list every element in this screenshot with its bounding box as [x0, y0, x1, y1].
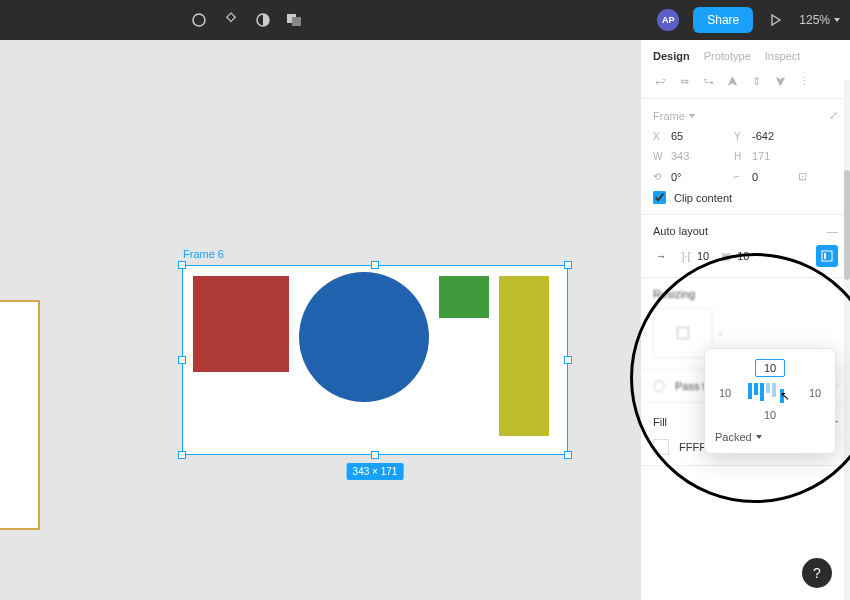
- canvas[interactable]: Frame 6 343 × 171: [0, 40, 640, 600]
- olive-rectangle-shape[interactable]: [499, 276, 549, 436]
- padding-right-value[interactable]: 10: [805, 387, 825, 399]
- corner-field[interactable]: ⌐0⊡: [734, 170, 838, 183]
- blue-circle-shape[interactable]: [299, 272, 429, 402]
- chevron-down-icon: [834, 18, 840, 22]
- independent-corners-icon[interactable]: ⊡: [798, 170, 838, 183]
- resize-handle[interactable]: [564, 356, 572, 364]
- remove-autolayout-icon[interactable]: —: [827, 225, 838, 237]
- align-hcenter-icon[interactable]: ⇔: [677, 74, 691, 88]
- cursor-icon: ↖: [780, 389, 784, 403]
- resize-to-fit-icon[interactable]: ⤢: [829, 109, 838, 122]
- clip-content-label: Clip content: [674, 192, 732, 204]
- direction-horizontal-icon[interactable]: →: [653, 248, 669, 264]
- topbar: AP Share 125%: [0, 0, 850, 40]
- svg-rect-4: [292, 17, 301, 26]
- comment-icon[interactable]: [190, 11, 208, 29]
- resize-handle[interactable]: [178, 451, 186, 459]
- padding-left-value[interactable]: 10: [715, 387, 735, 399]
- padding-top-input[interactable]: [755, 359, 785, 377]
- zoom-control[interactable]: 125%: [799, 13, 840, 27]
- help-button[interactable]: ?: [802, 558, 832, 588]
- chevron-down-icon: [689, 114, 695, 118]
- w-field[interactable]: W343: [653, 150, 726, 162]
- gap-field[interactable]: ]·[10: [679, 249, 709, 263]
- resize-handle[interactable]: [371, 451, 379, 459]
- frame-section: Frame ⤢ X65 Y-642 W343 H171 ⟲0° ⌐0⊡ Clip…: [641, 99, 850, 215]
- align-vcenter-icon[interactable]: ⇕: [749, 74, 763, 88]
- blend-mode-icon[interactable]: ◯: [653, 379, 665, 392]
- selected-frame[interactable]: Frame 6 343 × 171: [182, 265, 568, 455]
- h-field[interactable]: H171: [734, 150, 838, 162]
- frame-title[interactable]: Frame: [653, 110, 695, 122]
- fill-title: Fill: [653, 416, 667, 428]
- tab-design[interactable]: Design: [653, 50, 690, 62]
- x-field[interactable]: X65: [653, 130, 726, 142]
- y-field[interactable]: Y-642: [734, 130, 838, 142]
- frame-label: Frame 6: [183, 248, 224, 260]
- svg-rect-6: [824, 253, 826, 259]
- scrollbar-thumb[interactable]: [844, 170, 850, 280]
- alignment-preview[interactable]: ↖: [746, 383, 794, 403]
- padding-icon: ▣: [719, 249, 733, 263]
- autolayout-section: Auto layout — → ]·[10 ▣10: [641, 215, 850, 278]
- zoom-value: 125%: [799, 13, 830, 27]
- padding-popover: 10 ↖ 10 10 Packed: [704, 348, 836, 454]
- resize-handle[interactable]: [371, 261, 379, 269]
- tab-prototype[interactable]: Prototype: [704, 50, 751, 62]
- size-badge: 343 × 171: [347, 463, 404, 480]
- align-left-icon[interactable]: ⮐: [653, 74, 667, 88]
- resize-handle[interactable]: [564, 261, 572, 269]
- component-icon[interactable]: [222, 11, 240, 29]
- properties-panel: Design Prototype Inspect ⮐ ⇔ ⮑ ⮝ ⇕ ⮟ ⋮ F…: [640, 40, 850, 600]
- avatar[interactable]: AP: [657, 9, 679, 31]
- other-frame[interactable]: [0, 300, 40, 530]
- clip-content-checkbox[interactable]: [653, 191, 666, 204]
- chevron-down-icon: [756, 435, 762, 439]
- align-bottom-icon[interactable]: ⮟: [773, 74, 787, 88]
- gap-icon: ]·[: [679, 249, 693, 263]
- mask-icon[interactable]: [254, 11, 272, 29]
- red-square-shape[interactable]: [193, 276, 289, 372]
- resize-handle[interactable]: [178, 356, 186, 364]
- resize-handle[interactable]: [178, 261, 186, 269]
- green-square-shape[interactable]: [439, 276, 489, 318]
- alignment-padding-button[interactable]: [816, 245, 838, 267]
- play-icon[interactable]: [767, 11, 785, 29]
- autolayout-title: Auto layout: [653, 225, 708, 237]
- padding-field[interactable]: ▣10: [719, 249, 749, 263]
- padding-bottom-value[interactable]: 10: [715, 409, 825, 421]
- resizing-title: Resizing: [653, 288, 695, 300]
- rotation-field[interactable]: ⟲0°: [653, 170, 726, 183]
- boolean-icon[interactable]: [286, 11, 304, 29]
- tab-inspect[interactable]: Inspect: [765, 50, 800, 62]
- svg-rect-1: [227, 13, 235, 21]
- alignment-row: ⮐ ⇔ ⮑ ⮝ ⇕ ⮟ ⋮: [641, 68, 850, 99]
- distribute-icon[interactable]: ⋮: [797, 74, 811, 88]
- spacing-mode[interactable]: Packed: [715, 431, 825, 443]
- resize-handle[interactable]: [564, 451, 572, 459]
- align-right-icon[interactable]: ⮑: [701, 74, 715, 88]
- align-top-icon[interactable]: ⮝: [725, 74, 739, 88]
- share-button[interactable]: Share: [693, 7, 753, 33]
- svg-rect-5: [822, 251, 832, 261]
- svg-point-0: [193, 14, 205, 26]
- fill-swatch[interactable]: [653, 439, 669, 455]
